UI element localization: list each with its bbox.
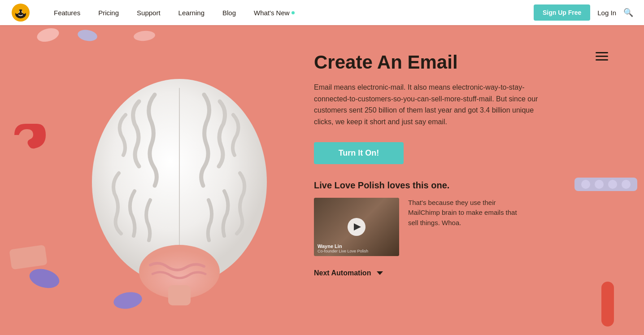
signup-button[interactable]: Sign Up Free — [534, 4, 590, 21]
svg-rect-23 — [168, 285, 191, 305]
svg-rect-11 — [9, 245, 47, 270]
chevron-down-icon — [375, 269, 384, 278]
nav-right: Sign Up Free Log In 🔍 — [534, 4, 633, 21]
loves-row: Wayne Lin Co-founder Live Love Polish Th… — [314, 198, 608, 256]
nav-pricing[interactable]: Pricing — [89, 0, 128, 25]
video-person-title: Co-founder Live Love Polish — [318, 249, 368, 253]
next-automation-label: Next Automation — [314, 269, 371, 277]
nav-links: Features Pricing Support Learning Blog W… — [45, 0, 534, 25]
svg-point-10 — [133, 30, 156, 42]
page-description: Email means electronic-mail. It also mea… — [314, 82, 538, 127]
whats-new-dot — [292, 11, 295, 14]
page-title: Create An Email — [314, 52, 608, 73]
svg-point-8 — [36, 27, 61, 43]
svg-point-7 — [22, 8, 26, 14]
video-thumbnail[interactable]: Wayne Lin Co-founder Live Love Polish — [314, 198, 399, 256]
brain-illustration — [72, 61, 287, 321]
deco-red-hook — [10, 119, 50, 161]
login-button[interactable]: Log In — [597, 9, 616, 17]
svg-point-12 — [28, 267, 61, 290]
main-background: Create An Email Email means electronic-m… — [0, 25, 644, 335]
nav-features[interactable]: Features — [45, 0, 89, 25]
search-icon[interactable]: 🔍 — [623, 8, 633, 17]
loves-description: That's because they use their MailChimp … — [408, 198, 525, 228]
menu-icon[interactable] — [596, 52, 608, 61]
cta-button[interactable]: Turn It On! — [314, 142, 404, 164]
nav-whats-new[interactable]: What's New — [245, 0, 304, 25]
loves-title: Live Love Polish loves this one. — [314, 180, 608, 191]
nav-support[interactable]: Support — [128, 0, 170, 25]
deco-purple-1 — [28, 267, 61, 291]
deco-shape-1 — [36, 27, 61, 45]
svg-point-6 — [15, 8, 19, 14]
content-panel: Create An Email Email means electronic-m… — [287, 25, 644, 335]
nav-learning[interactable]: Learning — [170, 0, 213, 25]
video-person-name: Wayne Lin — [318, 244, 368, 249]
navbar: Features Pricing Support Learning Blog W… — [0, 0, 644, 25]
next-automation-button[interactable]: Next Automation — [314, 269, 608, 278]
svg-point-9 — [77, 29, 98, 42]
deco-shape-2 — [76, 29, 99, 44]
play-button[interactable] — [348, 218, 366, 236]
logo[interactable] — [11, 3, 30, 22]
nav-blog[interactable]: Blog — [213, 0, 245, 25]
deco-shape-3 — [132, 30, 157, 44]
